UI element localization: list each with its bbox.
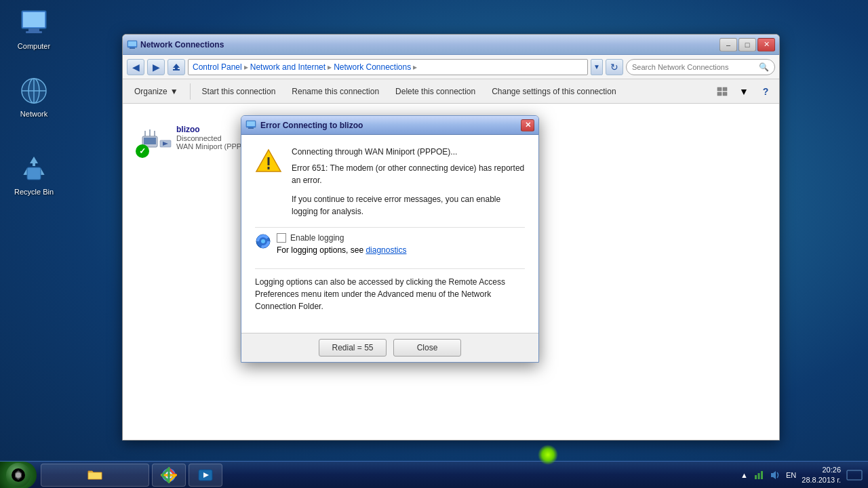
delete-connection-button[interactable]: Delete this connection [388,82,483,101]
svg-rect-13 [130,47,135,49]
dialog-error-msg: Error 651: The modem (or other connectin… [292,162,525,186]
address-path[interactable]: Control Panel ▸ Network and Internet ▸ N… [188,59,588,75]
tray-network-icon [753,470,764,481]
taskbar-chrome-button[interactable] [152,464,186,487]
organize-label: Organize [134,87,167,96]
help-button[interactable]: ? [756,83,775,100]
svg-rect-54 [847,470,862,480]
forward-button[interactable]: ▶ [147,59,165,75]
start-orb-icon [6,463,31,487]
minimize-button[interactable]: – [719,38,737,52]
svg-rect-12 [128,41,136,46]
language-indicator[interactable]: EN [786,471,796,479]
blizoo-status-check-icon: ✓ [136,144,149,158]
organize-button[interactable]: Organize ▼ [127,82,186,101]
svg-point-41 [261,239,265,243]
close-button[interactable]: ✕ [757,38,775,52]
start-connection-button[interactable]: Start this connection [195,82,283,101]
svg-point-43 [16,472,21,478]
dialog-logging-section: Enable logging For logging options, see … [255,227,525,260]
view-options-button[interactable] [713,83,732,100]
breadcrumb-controlpanel[interactable]: Control Panel [193,62,242,72]
organize-arrow-icon: ▼ [170,87,178,96]
clock-date: 28.8.2013 г. [802,475,841,485]
redial-button[interactable]: Redial = 55 [319,339,387,357]
delete-connection-label: Delete this connection [395,87,475,96]
start-button[interactable] [0,462,37,489]
view-dropdown-button[interactable]: ▼ [734,83,753,100]
svg-rect-50 [755,475,757,479]
logging-row: Enable logging [277,233,525,243]
address-bar: ◀ ▶ Control Panel ▸ Network and Internet… [123,55,779,79]
svg-rect-20 [144,138,156,144]
svg-rect-37 [268,157,270,165]
svg-rect-2 [28,28,39,31]
change-settings-label: Change settings of this connection [492,87,616,96]
breadcrumb-networkinternet[interactable]: Network and Internet [250,62,326,72]
rename-connection-button[interactable]: Rename this connection [284,82,387,101]
dialog-messages: Connecting through WAN Miniport (PPPOE).… [292,146,525,218]
error-dialog: Error Connecting to blizoo ✕ Connecting … [241,115,539,363]
window-title-icon [127,39,138,50]
warning-icon [255,147,282,174]
taskbar-explorer-button[interactable] [41,464,149,487]
tray-arrow-icon[interactable]: ▲ [741,471,748,479]
svg-rect-18 [723,92,727,96]
desktop-icon-computer[interactable]: Computer [7,7,61,50]
desktop-icon-network-label: Network [20,110,47,118]
dialog-close-button[interactable]: ✕ [521,119,534,131]
dialog-title-icon [245,120,256,131]
desktop-icon-recycle[interactable]: Recycle Bin [7,152,61,196]
maximize-button[interactable]: □ [738,38,756,52]
svg-rect-1 [23,12,45,27]
svg-rect-51 [758,473,760,479]
blizoo-icon-wrapper: ✓ [136,117,176,158]
breadcrumb-networkconnections[interactable]: Network Connections [334,62,411,72]
dialog-connecting-msg: Connecting through WAN Miniport (PPPOE).… [292,146,525,158]
taskbar-folder-icon [87,467,103,483]
dialog-body: Connecting through WAN Miniport (PPPOE).… [241,135,538,333]
svg-rect-44 [88,472,102,479]
clock-time: 20:26 [822,465,841,474]
address-dropdown-button[interactable]: ▼ [591,59,603,75]
logging-link-row: For logging options, see diagnostics [277,245,525,255]
window-controls: – □ ✕ [719,38,775,52]
taskbar-chrome-icon [161,467,177,483]
change-settings-button[interactable]: Change settings of this connection [484,82,623,101]
tray-show-desktop-icon[interactable] [846,470,863,481]
clock[interactable]: 20:26 28.8.2013 г. [802,465,841,485]
search-icon: 🔍 [759,62,769,72]
rename-connection-label: Rename this connection [292,87,379,96]
svg-rect-38 [268,167,270,169]
search-box[interactable]: 🔍 [626,59,775,75]
desktop-icon-computer-label: Computer [18,42,50,50]
dialog-top-section: Connecting through WAN Miniport (PPPOE).… [255,146,525,218]
refresh-button[interactable]: ↻ [606,59,623,75]
svg-marker-53 [771,471,776,479]
desktop-icon-network[interactable]: Network [7,75,61,118]
desktop-icon-recycle-label: Recycle Bin [14,188,54,196]
enable-logging-checkbox[interactable] [277,233,286,243]
dialog-title-text: Error Connecting to blizoo [260,121,521,130]
svg-point-9 [28,79,39,103]
system-tray: ▲ EN 20:26 28.8.2013 г. [735,465,868,485]
logging-icon [255,233,271,249]
up-button[interactable] [167,59,185,75]
toolbar-right: ▼ ? [713,83,775,100]
search-input[interactable] [632,63,756,71]
svg-rect-3 [26,31,42,33]
toolbar-separator-1 [190,83,191,100]
taskbar-media-button[interactable] [189,464,222,487]
svg-rect-17 [717,92,722,96]
dialog-titlebar: Error Connecting to blizoo ✕ [241,116,538,135]
dialog-info-msg: If you continue to receive error message… [292,193,525,218]
window-title-text: Network Connections [140,40,719,49]
taskbar-media-icon [197,467,214,483]
back-button[interactable]: ◀ [127,59,144,75]
diagnostics-link[interactable]: diagnostics [366,245,406,255]
logging-link-pre: For logging options, see [277,245,366,255]
enable-logging-label: Enable logging [290,233,344,243]
svg-rect-35 [247,121,255,126]
dialog-close-bottom-button[interactable]: Close [393,339,461,357]
svg-rect-36 [248,127,254,129]
